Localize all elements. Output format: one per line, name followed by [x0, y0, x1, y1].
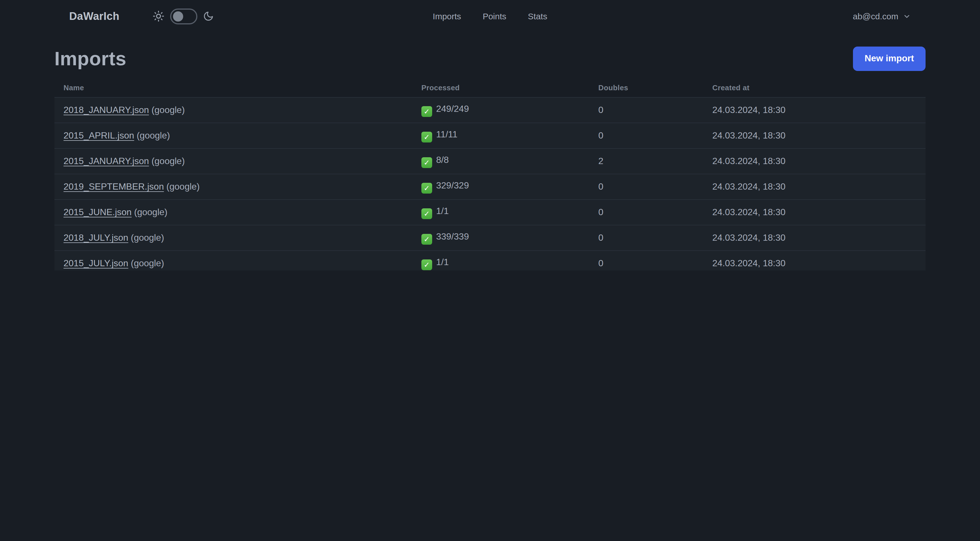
doubles-cell: 0: [598, 258, 712, 268]
navbar: DaWarIch Imports Points Stats: [0, 0, 980, 32]
import-source-label: (google): [149, 105, 185, 115]
brand-logo[interactable]: DaWarIch: [69, 10, 119, 22]
moon-icon: [203, 11, 213, 22]
created-at-cell: 24.03.2024, 18:30: [712, 182, 926, 192]
import-file-link[interactable]: 2015_APRIL.json: [64, 131, 134, 140]
check-mark-icon: ✓: [422, 182, 432, 193]
nav-link-stats[interactable]: Stats: [528, 11, 547, 21]
name-cell: 2018_JULY.json (google): [54, 233, 422, 243]
processed-cell: ✓11/11: [422, 129, 598, 142]
processed-cell: ✓249/249: [422, 104, 598, 116]
theme-toggle-group: [152, 8, 213, 24]
processed-cell: ✓1/1: [422, 206, 598, 219]
table-row: 2015_JANUARY.json (google)✓8/8224.03.202…: [54, 148, 926, 174]
table-row: 2015_JULY.json (google)✓1/1024.03.2024, …: [54, 251, 926, 270]
imports-table-body: 2018_JANUARY.json (google)✓249/249024.03…: [54, 97, 926, 270]
nav-link-imports[interactable]: Imports: [433, 11, 461, 21]
created-at-cell: 24.03.2024, 18:30: [712, 258, 926, 268]
column-header-processed: Processed: [422, 83, 598, 92]
processed-cell: ✓329/329: [422, 180, 598, 193]
doubles-cell: 0: [598, 233, 712, 243]
doubles-cell: 2: [598, 156, 712, 166]
user-menu[interactable]: ab@cd.com: [853, 11, 911, 21]
theme-toggle[interactable]: [170, 8, 197, 24]
theme-toggle-knob: [173, 11, 183, 21]
check-mark-icon: ✓: [422, 106, 432, 116]
check-mark-icon: ✓: [422, 208, 432, 219]
import-source-label: (google): [134, 131, 170, 140]
doubles-cell: 0: [598, 105, 712, 115]
created-at-cell: 24.03.2024, 18:30: [712, 131, 926, 141]
import-file-link[interactable]: 2015_JULY.json: [64, 258, 128, 268]
processed-value: 329/329: [436, 180, 469, 190]
doubles-cell: 0: [598, 131, 712, 141]
imports-table: Name Processed Doubles Created at 2018_J…: [54, 78, 926, 270]
import-source-label: (google): [132, 207, 167, 217]
table-row: 2018_JANUARY.json (google)✓249/249024.03…: [54, 97, 926, 123]
table-row: 2019_SEPTEMBER.json (google)✓329/329024.…: [54, 174, 926, 199]
main-content: Imports New import Name Processed Double…: [0, 32, 980, 270]
processed-cell: ✓339/339: [422, 231, 598, 244]
table-row: 2015_JUNE.json (google)✓1/1024.03.2024, …: [54, 199, 926, 225]
check-mark-icon: ✓: [422, 131, 432, 142]
app-window: DaWarIch Imports Points Stats: [0, 0, 980, 270]
column-header-created-at: Created at: [712, 83, 926, 92]
new-import-button[interactable]: New import: [853, 46, 926, 71]
check-mark-icon: ✓: [422, 259, 432, 270]
processed-value: 1/1: [436, 257, 449, 267]
doubles-cell: 0: [598, 182, 712, 192]
import-source-label: (google): [164, 182, 200, 191]
created-at-cell: 24.03.2024, 18:30: [712, 156, 926, 166]
processed-value: 11/11: [436, 129, 457, 139]
processed-value: 8/8: [436, 155, 449, 164]
sun-icon: [152, 10, 164, 22]
name-cell: 2015_JULY.json (google): [54, 258, 422, 268]
processed-cell: ✓1/1: [422, 257, 598, 270]
import-source-label: (google): [149, 156, 185, 166]
import-file-link[interactable]: 2018_JANUARY.json: [64, 105, 149, 115]
check-mark-icon: ✓: [422, 157, 432, 168]
processed-value: 249/249: [436, 104, 469, 113]
import-file-link[interactable]: 2015_JANUARY.json: [64, 156, 149, 166]
import-source-label: (google): [128, 258, 164, 268]
name-cell: 2019_SEPTEMBER.json (google): [54, 182, 422, 192]
import-source-label: (google): [128, 233, 164, 243]
created-at-cell: 24.03.2024, 18:30: [712, 105, 926, 115]
doubles-cell: 0: [598, 207, 712, 217]
table-row: 2015_APRIL.json (google)✓11/11024.03.202…: [54, 123, 926, 148]
name-cell: 2015_JUNE.json (google): [54, 207, 422, 217]
name-cell: 2015_JANUARY.json (google): [54, 156, 422, 166]
page-title: Imports: [54, 46, 126, 71]
created-at-cell: 24.03.2024, 18:30: [712, 207, 926, 217]
processed-cell: ✓8/8: [422, 155, 598, 168]
check-mark-icon: ✓: [422, 234, 432, 244]
name-cell: 2015_APRIL.json (google): [54, 131, 422, 141]
processed-value: 1/1: [436, 206, 449, 215]
name-cell: 2018_JANUARY.json (google): [54, 105, 422, 115]
table-row: 2018_JULY.json (google)✓339/339024.03.20…: [54, 225, 926, 251]
nav-link-points[interactable]: Points: [483, 11, 506, 21]
import-file-link[interactable]: 2015_JUNE.json: [64, 207, 132, 217]
table-header-row: Name Processed Doubles Created at: [54, 78, 926, 97]
created-at-cell: 24.03.2024, 18:30: [712, 233, 926, 243]
import-file-link[interactable]: 2019_SEPTEMBER.json: [64, 182, 164, 191]
chevron-down-icon: [903, 12, 911, 20]
title-row: Imports New import: [54, 46, 926, 71]
user-email: ab@cd.com: [853, 11, 898, 21]
nav-links: Imports Points Stats: [433, 0, 547, 32]
processed-value: 339/339: [436, 231, 469, 241]
column-header-name: Name: [54, 83, 422, 92]
import-file-link[interactable]: 2018_JULY.json: [64, 233, 128, 243]
column-header-doubles: Doubles: [598, 83, 712, 92]
